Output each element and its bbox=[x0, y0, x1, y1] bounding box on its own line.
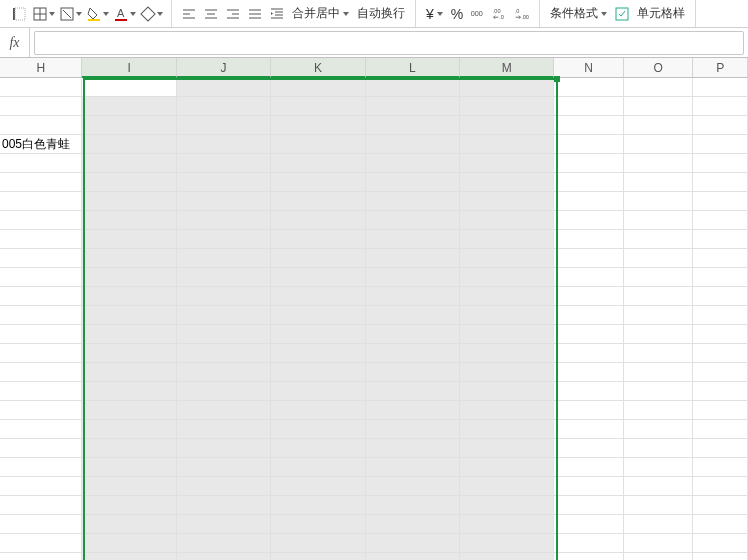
cell[interactable] bbox=[271, 344, 365, 363]
cell[interactable] bbox=[460, 496, 554, 515]
cell[interactable] bbox=[177, 420, 271, 439]
cell[interactable] bbox=[177, 401, 271, 420]
cell[interactable] bbox=[624, 116, 694, 135]
cell[interactable] bbox=[693, 268, 748, 287]
cell[interactable] bbox=[0, 287, 82, 306]
cell[interactable] bbox=[366, 496, 460, 515]
cell[interactable] bbox=[82, 496, 176, 515]
cell[interactable] bbox=[624, 363, 694, 382]
cell[interactable] bbox=[624, 534, 694, 553]
cell[interactable] bbox=[0, 496, 82, 515]
cell[interactable] bbox=[460, 192, 554, 211]
cell[interactable] bbox=[271, 382, 365, 401]
cell[interactable] bbox=[693, 173, 748, 192]
cell[interactable] bbox=[177, 173, 271, 192]
cell[interactable] bbox=[177, 135, 271, 154]
cell[interactable] bbox=[460, 78, 554, 97]
cell[interactable] bbox=[460, 534, 554, 553]
cell[interactable] bbox=[271, 78, 365, 97]
cell[interactable] bbox=[177, 192, 271, 211]
cell[interactable] bbox=[624, 287, 694, 306]
cell[interactable] bbox=[693, 78, 748, 97]
cell[interactable] bbox=[554, 515, 624, 534]
cell[interactable] bbox=[0, 477, 82, 496]
col-header-I[interactable]: I bbox=[82, 58, 176, 78]
cell[interactable] bbox=[624, 553, 694, 560]
cell[interactable] bbox=[624, 173, 694, 192]
align-justify-button[interactable] bbox=[244, 3, 266, 25]
cell[interactable] bbox=[82, 382, 176, 401]
cell[interactable] bbox=[624, 192, 694, 211]
cell[interactable] bbox=[271, 534, 365, 553]
cell[interactable] bbox=[460, 306, 554, 325]
cell[interactable] bbox=[0, 534, 82, 553]
cell[interactable] bbox=[0, 249, 82, 268]
cell[interactable] bbox=[554, 249, 624, 268]
cell[interactable] bbox=[0, 439, 82, 458]
cell[interactable] bbox=[554, 553, 624, 560]
cell[interactable] bbox=[693, 363, 748, 382]
cell[interactable] bbox=[177, 78, 271, 97]
cell[interactable] bbox=[82, 154, 176, 173]
cell[interactable] bbox=[366, 268, 460, 287]
cell[interactable] bbox=[271, 116, 365, 135]
cell[interactable] bbox=[366, 135, 460, 154]
cell[interactable] bbox=[460, 211, 554, 230]
cell[interactable] bbox=[177, 553, 271, 560]
cell[interactable] bbox=[554, 192, 624, 211]
cell[interactable] bbox=[82, 116, 176, 135]
cell[interactable] bbox=[624, 344, 694, 363]
cell[interactable] bbox=[82, 515, 176, 534]
cell[interactable] bbox=[693, 439, 748, 458]
fill-color-button[interactable] bbox=[84, 3, 111, 25]
cell[interactable] bbox=[554, 116, 624, 135]
cell[interactable] bbox=[366, 306, 460, 325]
cell[interactable] bbox=[366, 344, 460, 363]
cell[interactable] bbox=[693, 211, 748, 230]
cell[interactable] bbox=[82, 211, 176, 230]
cell[interactable] bbox=[82, 534, 176, 553]
cell[interactable] bbox=[271, 477, 365, 496]
cell[interactable] bbox=[460, 135, 554, 154]
cell[interactable] bbox=[0, 192, 82, 211]
cell[interactable] bbox=[271, 553, 365, 560]
cell[interactable] bbox=[460, 553, 554, 560]
cell[interactable] bbox=[460, 116, 554, 135]
cell[interactable] bbox=[554, 230, 624, 249]
cell[interactable] bbox=[82, 439, 176, 458]
auto-wrap-button[interactable]: 自动换行 bbox=[353, 3, 409, 25]
cell[interactable] bbox=[554, 534, 624, 553]
cell[interactable] bbox=[554, 97, 624, 116]
cell[interactable] bbox=[693, 306, 748, 325]
cell[interactable] bbox=[693, 458, 748, 477]
cell[interactable] bbox=[271, 515, 365, 534]
cell[interactable] bbox=[82, 230, 176, 249]
cell[interactable] bbox=[624, 401, 694, 420]
cell[interactable] bbox=[693, 477, 748, 496]
cell[interactable] bbox=[177, 515, 271, 534]
cell[interactable] bbox=[624, 154, 694, 173]
cell[interactable] bbox=[693, 192, 748, 211]
cell[interactable] bbox=[693, 344, 748, 363]
cell[interactable] bbox=[693, 325, 748, 344]
cell[interactable] bbox=[554, 496, 624, 515]
cell[interactable] bbox=[177, 382, 271, 401]
align-right-button[interactable] bbox=[222, 3, 244, 25]
cell[interactable] bbox=[624, 420, 694, 439]
cell[interactable] bbox=[460, 458, 554, 477]
cell[interactable] bbox=[366, 97, 460, 116]
cell[interactable] bbox=[693, 553, 748, 560]
cell[interactable] bbox=[0, 363, 82, 382]
cell[interactable] bbox=[554, 211, 624, 230]
cell[interactable] bbox=[366, 325, 460, 344]
cell[interactable] bbox=[460, 230, 554, 249]
cell[interactable] bbox=[554, 477, 624, 496]
cell[interactable] bbox=[0, 211, 82, 230]
formula-input[interactable] bbox=[34, 31, 744, 55]
cell[interactable] bbox=[0, 97, 82, 116]
cell[interactable] bbox=[82, 458, 176, 477]
cell[interactable] bbox=[177, 306, 271, 325]
cell[interactable] bbox=[460, 382, 554, 401]
cell[interactable] bbox=[0, 154, 82, 173]
cell[interactable] bbox=[271, 439, 365, 458]
